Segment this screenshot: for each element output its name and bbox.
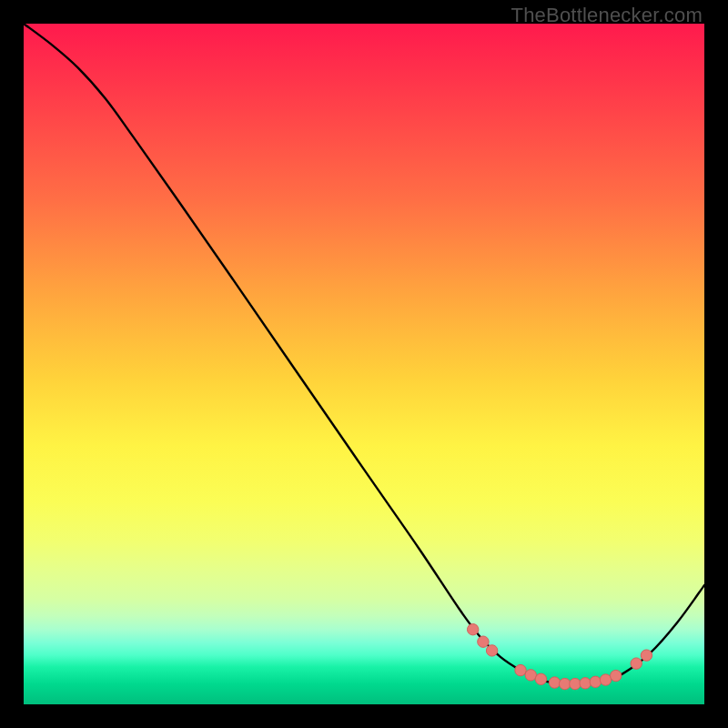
data-marker xyxy=(515,664,526,675)
data-marker xyxy=(611,670,622,681)
data-marker xyxy=(525,670,536,681)
data-marker xyxy=(631,658,642,669)
chart-svg xyxy=(24,24,704,704)
watermark-text: TheBottlenecker.com xyxy=(511,4,703,27)
data-marker xyxy=(559,678,570,689)
data-marker xyxy=(535,673,546,684)
data-marker xyxy=(486,645,497,656)
data-marker xyxy=(590,676,601,687)
bottleneck-curve xyxy=(24,24,704,684)
data-marker xyxy=(549,677,560,688)
data-marker xyxy=(478,636,489,647)
chart-frame xyxy=(24,24,704,704)
data-marker xyxy=(580,678,591,689)
data-marker xyxy=(600,674,611,685)
data-marker xyxy=(570,678,581,689)
data-marker xyxy=(467,624,478,635)
data-marker xyxy=(641,650,652,661)
marker-group xyxy=(467,624,652,690)
